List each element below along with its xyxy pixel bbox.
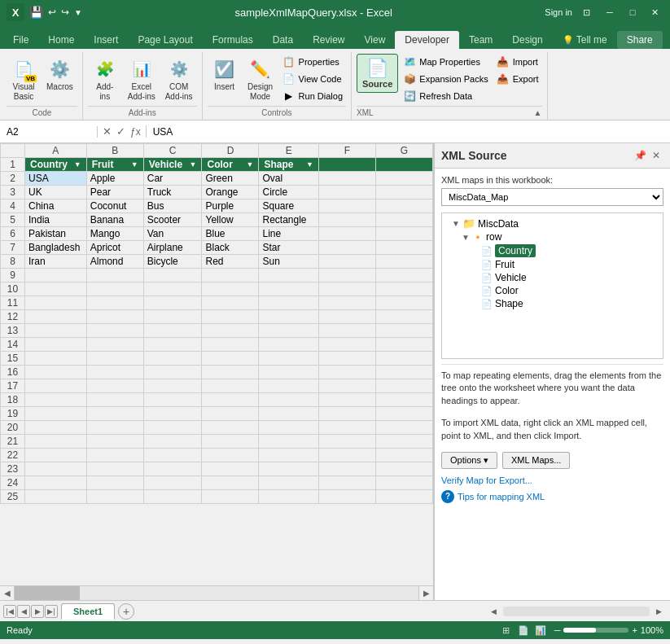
- cell-19-1[interactable]: [86, 407, 143, 421]
- scroll-right-btn[interactable]: ▶: [418, 586, 433, 601]
- cell-13-3[interactable]: [202, 324, 259, 338]
- cell-16-6[interactable]: [375, 366, 432, 379]
- cell-16-0[interactable]: [25, 366, 87, 379]
- row-header-18[interactable]: 18: [1, 393, 25, 407]
- cell-25-2[interactable]: [143, 490, 202, 504]
- tab-home[interactable]: Home: [38, 31, 84, 49]
- cell-5-0[interactable]: India: [25, 213, 87, 227]
- cell-24-3[interactable]: [202, 476, 259, 490]
- cell-15-6[interactable]: [375, 352, 432, 366]
- scroll-right-arrow[interactable]: ▶: [655, 607, 663, 616]
- cell-20-3[interactable]: [202, 421, 259, 435]
- source-btn[interactable]: 📄 Source: [357, 54, 398, 93]
- cell-10-6[interactable]: [375, 283, 432, 296]
- cell-9-1[interactable]: [86, 269, 143, 283]
- cell-19-2[interactable]: [143, 407, 202, 421]
- col-header-e[interactable]: E: [259, 144, 318, 158]
- cell-10-4[interactable]: [259, 283, 318, 296]
- cell-11-6[interactable]: [375, 296, 432, 310]
- cell-2-1[interactable]: Apple: [86, 172, 143, 186]
- row-header-24[interactable]: 24: [1, 476, 25, 490]
- cell-3-0[interactable]: UK: [25, 186, 87, 199]
- cell-7-2[interactable]: Airplane: [143, 241, 202, 255]
- tab-data[interactable]: Data: [263, 31, 303, 49]
- cell-16-4[interactable]: [259, 366, 318, 379]
- row-header-4[interactable]: 4: [1, 199, 25, 213]
- row-header-21[interactable]: 21: [1, 435, 25, 449]
- cell-2-0[interactable]: USA: [25, 172, 87, 186]
- cell-2-6[interactable]: [375, 172, 432, 186]
- cell-1-2[interactable]: Vehicle▼: [143, 158, 202, 172]
- cell-25-4[interactable]: [259, 490, 318, 504]
- cell-12-1[interactable]: [86, 310, 143, 324]
- tab-team[interactable]: Team: [459, 31, 502, 49]
- run-dialog-btn[interactable]: ▶ Run Dialog: [279, 88, 346, 104]
- com-addins-btn[interactable]: ⚙️ COMAdd-ins: [161, 54, 197, 104]
- cell-7-4[interactable]: Star: [259, 241, 318, 255]
- cell-16-3[interactable]: [202, 366, 259, 379]
- row-header-12[interactable]: 12: [1, 310, 25, 324]
- row-header-19[interactable]: 19: [1, 407, 25, 421]
- scroll-track-h[interactable]: [15, 586, 418, 600]
- sheet-last-btn[interactable]: ▶|: [45, 605, 58, 618]
- row-header-23[interactable]: 23: [1, 462, 25, 476]
- cell-6-4[interactable]: Line: [259, 227, 318, 241]
- cell-16-1[interactable]: [86, 366, 143, 379]
- cell-13-6[interactable]: [375, 324, 432, 338]
- cell-2-4[interactable]: Oval: [259, 172, 318, 186]
- col-header-a[interactable]: A: [25, 144, 87, 158]
- row-header-11[interactable]: 11: [1, 296, 25, 310]
- cell-13-5[interactable]: [318, 324, 375, 338]
- cell-17-2[interactable]: [143, 379, 202, 393]
- sheet-tab-sheet1[interactable]: Sheet1: [61, 603, 115, 620]
- cell-19-0[interactable]: [25, 407, 87, 421]
- restore-window-btn[interactable]: ⊡: [579, 4, 595, 20]
- cell-17-0[interactable]: [25, 379, 87, 393]
- sheet-next-btn[interactable]: ▶: [31, 605, 44, 618]
- cell-17-5[interactable]: [318, 379, 375, 393]
- cell-5-1[interactable]: Banana: [86, 213, 143, 227]
- cell-5-4[interactable]: Rectangle: [259, 213, 318, 227]
- cell-3-3[interactable]: Orange: [202, 186, 259, 199]
- maximize-btn[interactable]: □: [624, 4, 641, 20]
- options-btn[interactable]: Options ▾: [441, 452, 497, 469]
- cell-8-5[interactable]: [318, 255, 375, 269]
- row-header-17[interactable]: 17: [1, 379, 25, 393]
- cell-3-6[interactable]: [375, 186, 432, 199]
- cell-7-6[interactable]: [375, 241, 432, 255]
- cell-25-1[interactable]: [86, 490, 143, 504]
- cell-7-0[interactable]: Bangladesh: [25, 241, 87, 255]
- cell-18-5[interactable]: [318, 393, 375, 407]
- cell-14-0[interactable]: [25, 338, 87, 352]
- tab-developer[interactable]: Developer: [395, 31, 459, 49]
- cell-21-0[interactable]: [25, 435, 87, 449]
- tab-view[interactable]: View: [355, 31, 396, 49]
- col-header-g[interactable]: G: [375, 144, 432, 158]
- row-header-2[interactable]: 2: [1, 172, 25, 186]
- cell-12-3[interactable]: [202, 310, 259, 324]
- cell-3-5[interactable]: [318, 186, 375, 199]
- cell-8-6[interactable]: [375, 255, 432, 269]
- cell-21-3[interactable]: [202, 435, 259, 449]
- cell-15-0[interactable]: [25, 352, 87, 366]
- scroll-track-horizontal[interactable]: [503, 607, 650, 616]
- excel-addins-btn[interactable]: 📊 ExcelAdd-ins: [124, 54, 160, 104]
- cell-12-5[interactable]: [318, 310, 375, 324]
- cell-22-0[interactable]: [25, 449, 87, 462]
- cancel-formula-btn[interactable]: ✕: [103, 125, 112, 138]
- tab-formulas[interactable]: Formulas: [203, 31, 263, 49]
- cell-1-3[interactable]: Color▼: [202, 158, 259, 172]
- cell-23-3[interactable]: [202, 462, 259, 476]
- sheet-first-btn[interactable]: |◀: [3, 605, 16, 618]
- col-header-d[interactable]: D: [202, 144, 259, 158]
- cell-25-3[interactable]: [202, 490, 259, 504]
- row-header-22[interactable]: 22: [1, 449, 25, 462]
- cell-24-0[interactable]: [25, 476, 87, 490]
- page-break-view-btn[interactable]: 📊: [533, 623, 548, 637]
- cell-18-1[interactable]: [86, 393, 143, 407]
- cell-21-5[interactable]: [318, 435, 375, 449]
- cell-22-3[interactable]: [202, 449, 259, 462]
- cell-8-4[interactable]: Sun: [259, 255, 318, 269]
- cell-9-4[interactable]: [259, 269, 318, 283]
- quick-access-save[interactable]: 💾: [29, 6, 43, 19]
